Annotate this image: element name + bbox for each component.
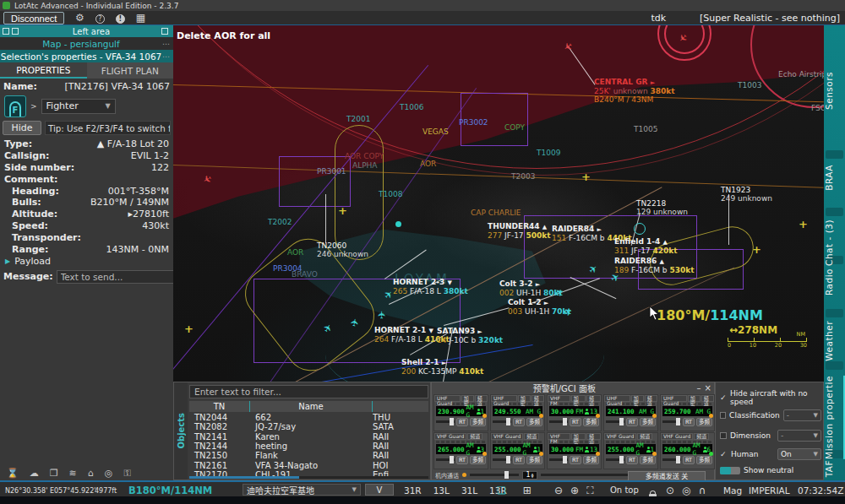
rt-button[interactable]: RT [626, 418, 638, 426]
multi-button[interactable]: 多频 [696, 418, 712, 426]
table-row[interactable]: TN2150FlankRAII [189, 451, 428, 460]
right-tab-sensors[interactable]: Sensors [824, 72, 845, 110]
channel-tab[interactable]: VHF Guard [604, 433, 636, 440]
disconnect-button[interactable]: Disconnect [3, 12, 64, 24]
table-row[interactable]: TN2144heetingRAII [189, 442, 428, 451]
channel-tab[interactable]: 频道 [694, 433, 709, 440]
hide-button[interactable]: Hide [3, 121, 41, 135]
menu-dots-icon[interactable]: ⋯ [162, 52, 173, 61]
help-icon[interactable]: ? [90, 12, 110, 24]
channel-tab[interactable]: UHF Guard [604, 395, 630, 402]
volume-slider[interactable] [662, 458, 681, 461]
tab-flight-plan[interactable]: FLIGHT PLAN [87, 62, 174, 79]
fullscreen-icon[interactable]: ⛶ [586, 485, 593, 496]
zoom-in-icon[interactable]: ⊕ [570, 485, 579, 496]
payload-expander[interactable]: ▶ Payload [0, 255, 173, 268]
table-row[interactable]: TN2141KarenRAII [189, 432, 428, 442]
channel-tab[interactable]: 加密 [518, 395, 531, 402]
channel-tab[interactable]: UHF Guard [491, 395, 517, 402]
track-label[interactable]: TN2218129 unknown [636, 199, 688, 216]
add-box-icon[interactable]: ⊞ [523, 485, 532, 496]
channel-tab[interactable]: 频道 [475, 395, 488, 402]
rt-button[interactable]: RT [513, 418, 525, 426]
hourglass-icon[interactable]: ⌛ [7, 468, 19, 479]
right-tab-radio[interactable]: Radio [824, 268, 845, 295]
track-label[interactable]: HORNET 2-3 ▼265 F/A-18 L 380kt [393, 278, 468, 295]
volume-slider[interactable] [549, 420, 568, 423]
channel-tab[interactable]: 频道 [467, 433, 482, 440]
column-header-tn[interactable]: TN [189, 401, 250, 412]
channel-tab[interactable]: VHF Guard [434, 433, 466, 440]
home-icon[interactable]: ⌂ [88, 468, 94, 479]
dimension-row[interactable]: Dimension -▼ [720, 430, 821, 442]
column-header-extra[interactable] [373, 401, 428, 412]
selection-properties-header[interactable]: Selection's properties - VFA-34 1067 ⋯ [0, 50, 173, 62]
map-section-header[interactable]: Map - persiangulf ⋯ [0, 37, 173, 50]
left-area-header[interactable]: Left area [0, 25, 173, 37]
hide-no-speed-row[interactable]: ✓ Hide aircraft with no speed [720, 389, 821, 406]
rt-button[interactable]: RT [683, 418, 695, 426]
magnet-icon[interactable]: ∩ [699, 485, 706, 496]
classification-dropdown[interactable]: -▼ [783, 409, 821, 421]
right-tab-taf[interactable]: TAF [824, 460, 845, 477]
units-toggle[interactable]: IMPERIAL [749, 485, 790, 496]
signal-icon[interactable]: ≋ [69, 468, 77, 479]
layers-icon[interactable]: ❏ [497, 485, 506, 496]
collapse-icon[interactable] [161, 28, 168, 35]
track-label[interactable]: SATAN93 ►14 J-10C b 320kt [437, 327, 503, 344]
record-icon[interactable]: ◎ [105, 468, 113, 479]
info-icon[interactable]: ! [110, 12, 130, 24]
airbase-dropdown[interactable]: 迪哈夫拉空军基地 ▼ [243, 484, 361, 496]
gear-icon[interactable]: ⚙ [69, 12, 90, 24]
close-icon[interactable]: × [705, 383, 711, 393]
track-label[interactable]: Enfield 1-4 ▲311 JF-17 420kt [614, 237, 678, 255]
track-label[interactable]: Colt 1-2 ►003 UH-1H 70kt [508, 298, 571, 316]
multi-button[interactable]: 多频 [640, 456, 656, 464]
channel-tab[interactable]: 频道 [645, 395, 657, 402]
right-tab-weather[interactable]: Weather [824, 321, 845, 361]
volume-slider[interactable] [549, 458, 568, 461]
channel-tab[interactable]: 频道 [586, 433, 601, 440]
delete-aor-menu-item[interactable]: Delete AOR for all [177, 30, 270, 41]
right-tab-mission-propertie[interactable]: Mission propertie [824, 376, 845, 459]
channel-tab[interactable]: VHF FM [548, 395, 570, 402]
rt-button[interactable]: RT [456, 418, 468, 426]
track-label[interactable]: THUNDER44 ▲277 JF-17 500kt [488, 222, 551, 240]
multi-button[interactable]: 多频 [526, 418, 542, 426]
aircraft-class-icon[interactable]: F [4, 95, 26, 117]
column-header-name[interactable]: Name [250, 401, 373, 412]
class-dropdown[interactable]: Fighter ▼ [41, 99, 116, 114]
tab-properties[interactable]: PROPERTIES [0, 62, 87, 79]
track-label[interactable]: RAIDER86 ▲189 F-16CM b 530kt [614, 257, 695, 274]
dimension-dropdown[interactable]: -▼ [777, 430, 821, 442]
table-row[interactable]: TN2044662THU [189, 413, 428, 422]
volume-slider[interactable] [493, 458, 511, 461]
runway-button-31r[interactable]: 31R [404, 485, 422, 496]
message-input[interactable] [57, 270, 177, 284]
friendly-aircraft-icon[interactable]: ✈ [376, 311, 388, 319]
runway-button-31l[interactable]: 31L [461, 485, 477, 496]
cloud-icon[interactable]: ☁ [30, 468, 39, 479]
intercom-volume-slider[interactable] [470, 474, 519, 476]
human-dropdown[interactable]: On▼ [777, 448, 821, 460]
menu-dots-icon[interactable]: ⋯ [162, 40, 173, 48]
multi-button[interactable]: 多频 [470, 418, 486, 426]
track-label[interactable]: CENTRAL GR ►25K' unknown 380ktB240°M / 4… [594, 78, 675, 104]
channel-tab[interactable]: 频道 [701, 395, 714, 402]
objects-tab[interactable]: Objects [174, 382, 188, 480]
on-top-toggle[interactable]: On top [610, 485, 639, 495]
channel-tab[interactable]: VHF Guard [661, 433, 693, 440]
minimize-icon[interactable]: – [697, 383, 701, 393]
intercom-channel-spinner[interactable]: 1 ▲▼ [522, 471, 537, 480]
objects-scrollbar[interactable] [189, 476, 428, 479]
rt-button[interactable]: RT [570, 418, 581, 426]
friendly-aircraft-icon[interactable]: ✈ [348, 317, 362, 328]
channel-tab[interactable]: 加密 [631, 395, 644, 402]
channel-tab[interactable]: 加密 [461, 395, 474, 402]
rt-button[interactable]: RT [456, 456, 468, 464]
channel-tab[interactable]: VHF FM [548, 433, 570, 440]
volume-slider[interactable] [493, 420, 511, 423]
multi-button[interactable]: 多频 [640, 418, 656, 426]
rt-button[interactable]: RT [513, 456, 525, 464]
mag-toggle[interactable]: Mag [723, 485, 742, 496]
